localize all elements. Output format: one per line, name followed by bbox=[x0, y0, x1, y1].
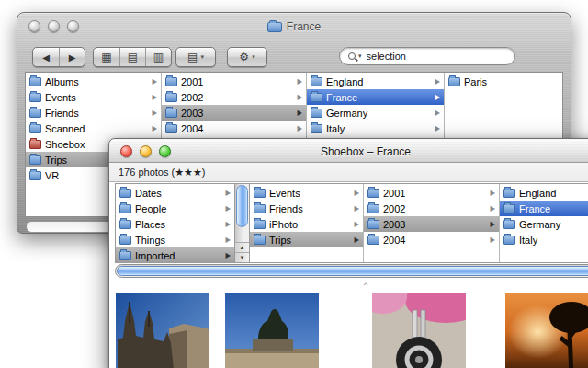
column-item-2003[interactable]: 2003▶ bbox=[162, 105, 306, 121]
item-label: Friends bbox=[269, 203, 352, 214]
item-label: 2002 bbox=[181, 92, 295, 103]
folder-icon bbox=[165, 77, 177, 86]
folder-icon bbox=[29, 77, 41, 86]
column-view-button[interactable]: ▥ bbox=[145, 48, 171, 66]
disclosure-arrow-icon: ▶ bbox=[153, 124, 157, 132]
column-item-italy[interactable]: Italy▶ bbox=[500, 232, 588, 247]
column-item-2004[interactable]: 2004▶ bbox=[162, 121, 306, 136]
folder-icon bbox=[29, 124, 41, 133]
search-input[interactable] bbox=[367, 51, 486, 62]
minimize-button[interactable] bbox=[48, 20, 60, 32]
folder-icon bbox=[165, 109, 177, 118]
column-item-germany[interactable]: Germany▶ bbox=[307, 105, 444, 121]
view-mode-control: ▦ ▤ ▥ bbox=[93, 47, 172, 67]
column-item-albums[interactable]: Albums▶ bbox=[26, 74, 161, 89]
folder-icon bbox=[311, 124, 322, 133]
column-item-friends[interactable]: Friends▶ bbox=[250, 201, 363, 216]
item-label: Germany bbox=[519, 219, 588, 230]
folder-icon bbox=[311, 109, 322, 118]
close-button[interactable] bbox=[28, 20, 40, 32]
finder-titlebar[interactable]: France bbox=[17, 13, 571, 40]
dropdown-arrow-icon: ▾ bbox=[200, 53, 204, 61]
column-item-france[interactable]: France▶ bbox=[500, 201, 588, 216]
column-item-events[interactable]: Events▶ bbox=[26, 89, 161, 105]
back-forward-control: ◀ ▶ bbox=[32, 47, 85, 67]
scroll-up-button[interactable]: ▲ bbox=[235, 242, 249, 252]
status-bar: 176 photos (★★★) bbox=[109, 163, 588, 182]
vertical-scrollbar[interactable]: ▲ ▼ bbox=[234, 184, 250, 262]
disclosure-arrow-icon: ▶ bbox=[435, 93, 440, 101]
folder-icon bbox=[254, 189, 266, 198]
disclosure-arrow-icon: ▶ bbox=[226, 220, 231, 228]
browser-column-3: 2001▶2002▶2003▶2004▶ bbox=[364, 184, 500, 262]
column-item-things[interactable]: Things▶ bbox=[116, 232, 234, 247]
folder-icon bbox=[119, 236, 131, 245]
column-item-2002[interactable]: 2002▶ bbox=[162, 89, 306, 105]
scrollbar-thumb[interactable] bbox=[236, 185, 248, 227]
shoebox-titlebar[interactable]: Shoebox – France bbox=[109, 139, 588, 163]
action-menu-button[interactable]: ⚙ ▾ bbox=[228, 48, 266, 66]
column-item-people[interactable]: People▶ bbox=[116, 201, 234, 216]
column-item-2002[interactable]: 2002▶ bbox=[364, 201, 499, 216]
column-item-2001[interactable]: 2001▶ bbox=[162, 74, 306, 89]
column-item-2003[interactable]: 2003▶ bbox=[364, 216, 499, 232]
view-options-button[interactable]: ▤ ▾ bbox=[176, 48, 215, 66]
pane-splitter[interactable]: ^ bbox=[109, 279, 588, 292]
folder-icon bbox=[254, 236, 266, 245]
zoom-button[interactable] bbox=[67, 20, 79, 32]
disclosure-arrow-icon: ▶ bbox=[298, 124, 302, 132]
column-item-friends[interactable]: Friends▶ bbox=[26, 105, 161, 121]
photo-thumbnail-cathedral[interactable] bbox=[116, 293, 209, 368]
column-item-2001[interactable]: 2001▶ bbox=[364, 185, 499, 201]
splitter-caret-icon: ^ bbox=[364, 282, 368, 289]
disclosure-arrow-icon: ▶ bbox=[491, 220, 495, 228]
column-item-france[interactable]: France▶ bbox=[307, 89, 444, 105]
shoebox-window: Shoebox – France 176 photos (★★★) ▲ ▼ Da… bbox=[108, 138, 588, 368]
folder-icon bbox=[29, 109, 41, 118]
icon-view-button[interactable]: ▦ bbox=[94, 48, 119, 66]
scroll-down-button[interactable]: ▼ bbox=[235, 252, 249, 262]
column-item-trips[interactable]: Trips▶ bbox=[250, 232, 363, 247]
back-button[interactable]: ◀ bbox=[33, 48, 59, 66]
browser-column-2: Events▶Friends▶iPhoto▶Trips▶ bbox=[250, 184, 364, 262]
search-menu-arrow-icon[interactable]: ▾ bbox=[358, 52, 362, 60]
folder-icon bbox=[448, 77, 460, 86]
folder-icon bbox=[119, 251, 131, 260]
column-item-imported[interactable]: Imported▶ bbox=[116, 247, 234, 262]
item-label: Friends bbox=[45, 108, 150, 119]
forward-button[interactable]: ▶ bbox=[59, 48, 85, 66]
item-label: Events bbox=[269, 188, 352, 199]
column-item-germany[interactable]: Germany▶ bbox=[500, 216, 588, 232]
column-item-places[interactable]: Places▶ bbox=[116, 216, 234, 232]
photo-thumbnail-motorcycle-wheel[interactable] bbox=[372, 293, 466, 368]
search-field[interactable]: ▾ bbox=[339, 47, 515, 65]
column-item-paris[interactable]: Paris bbox=[445, 74, 562, 89]
list-view-button[interactable]: ▤ bbox=[119, 48, 145, 66]
column-item-england[interactable]: England▶ bbox=[500, 185, 588, 201]
column-item-scanned[interactable]: Scanned▶ bbox=[26, 121, 161, 136]
disclosure-arrow-icon: ▶ bbox=[298, 77, 302, 86]
column-item-italy[interactable]: Italy▶ bbox=[307, 121, 444, 136]
photo-thumbnail-sunset-tree[interactable] bbox=[505, 293, 588, 368]
scrollbar-thumb[interactable] bbox=[117, 266, 588, 276]
column-item-iphoto[interactable]: iPhoto▶ bbox=[250, 216, 363, 232]
disclosure-arrow-icon: ▶ bbox=[491, 236, 495, 244]
minimize-button[interactable] bbox=[140, 145, 152, 157]
disclosure-arrow-icon: ▶ bbox=[226, 204, 231, 213]
browser-column-4: England▶France▶Germany▶Italy▶ bbox=[500, 184, 588, 262]
column-item-england[interactable]: England▶ bbox=[307, 74, 444, 89]
folder-icon bbox=[503, 204, 515, 213]
back-icon: ◀ bbox=[42, 52, 50, 63]
item-label: France bbox=[326, 92, 433, 103]
column-item-events[interactable]: Events▶ bbox=[250, 185, 363, 201]
photo-thumbnail-statue[interactable] bbox=[225, 293, 319, 368]
zoom-button[interactable] bbox=[159, 145, 171, 157]
dropdown-arrow-icon: ▾ bbox=[252, 53, 255, 61]
column-item-2004[interactable]: 2004▶ bbox=[364, 232, 499, 247]
item-label: Scanned bbox=[45, 123, 150, 134]
column-item-dates[interactable]: Dates▶ bbox=[116, 185, 234, 201]
horizontal-scrollbar[interactable] bbox=[115, 264, 588, 278]
item-label: Things bbox=[135, 235, 223, 246]
motorcycle-image bbox=[372, 293, 466, 368]
close-button[interactable] bbox=[120, 145, 132, 157]
